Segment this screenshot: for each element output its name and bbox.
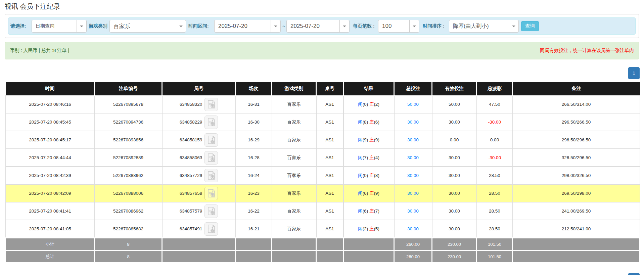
video-file-icon [207,189,216,198]
cell-payout: 0.00 [477,131,513,149]
table-row: 2025-07-20 08:44:44522670892889634858063… [6,149,640,167]
round-no: 634858229 [180,119,202,124]
cell-session: 16-28 [236,149,272,167]
total-bet-link[interactable]: 30.00 [407,209,419,214]
video-replay-button[interactable] [204,151,218,165]
cell-total-bet: 30.00 [394,220,432,238]
pagination-page-1[interactable]: 1 [628,67,640,79]
video-replay-button[interactable] [204,187,218,200]
cell-game-type: 百家乐 [272,202,316,220]
cell-remark: 269.50/298.00 [513,184,640,202]
cell-game-type: 百家乐 [272,131,316,149]
cell-time: 2025-07-20 08:41:41 [6,202,95,220]
page-size-value: 100 [378,20,409,32]
chevron-down-icon[interactable] [77,20,86,32]
game-type-label: 游戏类别 [89,18,107,34]
query-type-select[interactable]: 日期查询 [32,20,87,33]
video-replay-button[interactable] [204,169,218,182]
cell-result: 闲(8) 庄(6) [343,113,394,131]
cell-table-no: AS1 [316,131,343,149]
cell-game-type: 百家乐 [272,149,316,167]
cell-round-no: 634858159 [162,131,236,149]
video-replay-button[interactable] [204,222,218,236]
cell-table-no: AS1 [316,113,343,131]
summary-left-text: 币别 : 人民币 | 总共 :8 注单 | [10,48,69,54]
total-bet-link[interactable]: 30.00 [407,226,419,231]
cell-valid-bet: 30.00 [432,149,477,167]
video-file-icon [207,224,216,233]
video-file-icon [207,171,216,180]
chevron-down-icon[interactable] [339,20,349,32]
cell-session: 16-30 [236,113,272,131]
cell-session: 16-24 [236,167,272,184]
cell-payout: -30.00 [477,149,513,167]
cell-bet-no: 522670894736 [95,113,162,131]
video-file-icon [207,118,216,127]
video-replay-button[interactable] [204,116,218,129]
subtotal-label: 小计 [6,238,95,250]
tilde-separator: ~ [282,18,285,34]
video-replay-button[interactable] [204,204,218,218]
cell-total-bet: 30.00 [394,113,432,131]
chevron-down-icon[interactable] [176,20,186,32]
date-to-picker[interactable]: 2025-07-20 [286,20,350,33]
banker-label: 庄 [369,209,374,214]
cell-round-no: 634857491 [162,220,236,238]
sort-value: 降幂(由大到小) [449,20,509,32]
cell-table-no: AS1 [316,184,343,202]
total-bet-link[interactable]: 50.00 [407,102,419,107]
player-label: 闲 [358,102,363,107]
total-bet-link[interactable]: 30.00 [407,173,419,178]
col-header-0: 时间 [6,82,95,95]
total-bet-link[interactable]: 30.00 [407,137,419,142]
cell-table-no: AS1 [316,95,343,113]
video-replay-button[interactable] [204,133,218,147]
cell-time: 2025-07-20 08:44:44 [6,149,95,167]
chevron-down-icon[interactable] [509,20,518,32]
page-size-select[interactable]: 100 [378,20,419,33]
round-no: 634858320 [180,101,202,106]
cell-remark: 296.50/266.50 [513,113,640,131]
chevron-down-icon[interactable] [409,20,419,32]
cell-session: 16-22 [236,202,272,220]
time-range-label: 时间区间: [188,18,209,34]
subtotal-valid-bet: 230.00 [432,238,477,250]
cell-session: 16-21 [236,220,272,238]
chevron-down-icon[interactable] [271,20,280,32]
total-bet-link[interactable]: 30.00 [407,155,419,160]
sort-select[interactable]: 降幂(由大到小) [449,20,519,33]
cell-session: 16-29 [236,131,272,149]
video-file-icon [207,100,216,109]
bet-records-table: 时间注单编号局号场次游戏类别桌号结果总投注有效投注总派彩备注 2025-07-2… [5,82,640,263]
cell-bet-no: 522670895678 [95,95,162,113]
date-from-picker[interactable]: 2025-07-20 [214,20,281,33]
cell-bet-no: 522670888962 [95,167,162,184]
table-row: 2025-07-20 08:45:17522670893856634858159… [6,131,640,149]
cell-valid-bet: 0.00 [432,131,477,149]
cell-result: 闲(0) 庄(8) [343,167,394,184]
cell-table-no: AS1 [316,149,343,167]
total-bet-link[interactable]: 30.00 [407,191,419,196]
game-type-select[interactable]: 百家乐 [109,20,186,33]
search-button[interactable]: 查询 [521,21,539,31]
cell-valid-bet: 30.00 [432,167,477,184]
pagination-page-1-bottom[interactable]: 1 [628,273,640,275]
banker-label: 庄 [369,120,374,125]
cell-time: 2025-07-20 08:45:45 [6,113,95,131]
cell-result: 闲(6) 庄(9) [343,184,394,202]
total-bet-link[interactable]: 30.00 [407,120,419,125]
cell-remark: 298.00/326.50 [513,167,640,184]
cell-session: 16-31 [236,95,272,113]
video-replay-button[interactable] [204,98,218,111]
player-label: 闲 [358,209,363,214]
col-header-9: 总派彩 [477,82,513,95]
player-label: 闲 [358,137,363,142]
cell-payout: 28.50 [477,202,513,220]
total-payout: 101.50 [477,250,513,263]
total-valid-bet: 230.00 [432,250,477,263]
table-row: 2025-07-20 08:45:45522670894736634858229… [6,113,640,131]
subtotal-row: 小计8260.00230.00101.50 [6,238,640,250]
cell-result: 闲(9) 庄(9) [343,131,394,149]
video-file-icon [207,135,216,144]
summary-notice-text: 同局有效投注，统一计算在该局第一张注单内 [540,48,634,54]
